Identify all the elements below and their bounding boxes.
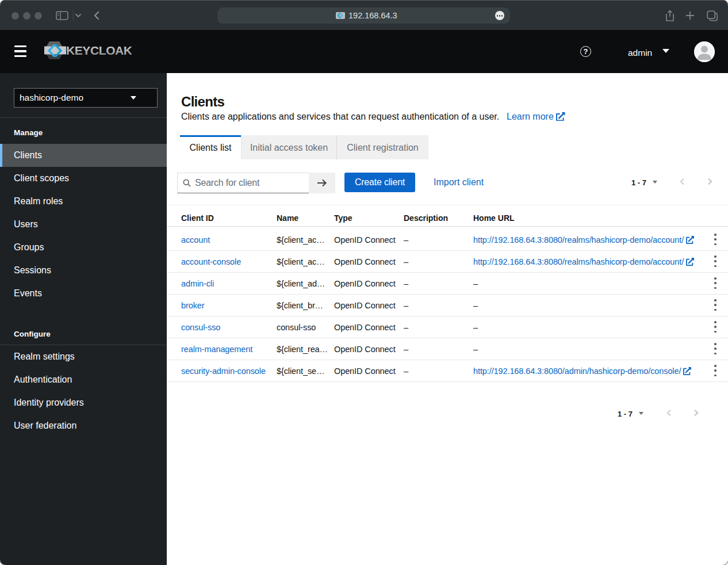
svg-text:KEYCLOAK: KEYCLOAK [66,44,132,57]
